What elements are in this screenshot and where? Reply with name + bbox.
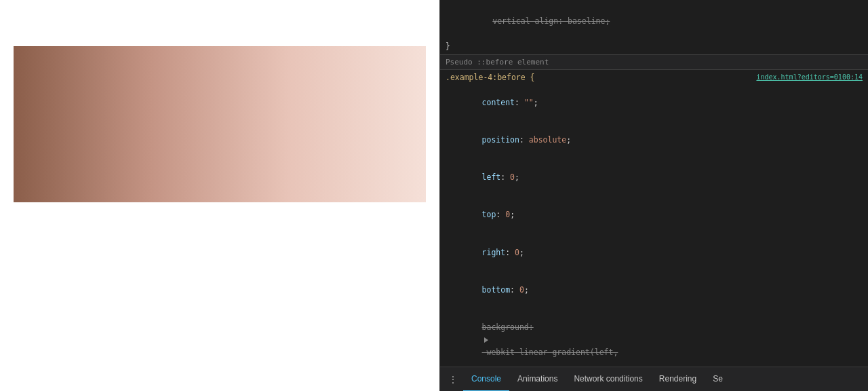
bg-webkit-value: -webkit-linear-gradient(left, [482, 348, 618, 357]
devtools-panel: vertical-align: baseline; } Pseudo ::bef… [439, 0, 868, 391]
styles-content: vertical-align: baseline; } Pseudo ::bef… [440, 0, 868, 367]
tab-network-conditions-label: Network conditions [574, 374, 642, 384]
css-selector: .example-4:before { [446, 71, 535, 83]
content-property-line: content: ""; [440, 84, 868, 122]
right-property-line: right: 0; [440, 234, 868, 271]
right-val: 0 [515, 248, 519, 257]
tab-animations[interactable]: Animations [509, 367, 566, 392]
more-icon: ⋮ [448, 374, 458, 385]
left-val: 0 [510, 172, 515, 182]
tab-console-label: Console [471, 374, 501, 384]
content-prop: content [482, 98, 515, 107]
right-prop: right [482, 248, 506, 257]
gradient-preview-box [14, 46, 426, 202]
tab-rendering[interactable]: Rendering [651, 367, 705, 392]
bg-webkit-line: background: -webkit-linear-gradient(left… [440, 309, 868, 367]
closing-brace-1: } [440, 40, 868, 52]
position-property-line: position: absolute; [440, 122, 868, 159]
bottom-val: 0 [519, 285, 524, 295]
left-property-line: left: 0; [440, 159, 868, 196]
tab-console[interactable]: Console [463, 367, 509, 392]
pseudo-section-label: Pseudo ::before element [440, 54, 868, 71]
tab-rendering-label: Rendering [659, 374, 696, 384]
content-val: "" [524, 98, 534, 107]
selector-line: .example-4:before { index.html?editors=0… [440, 71, 868, 83]
position-val: absolute [529, 135, 566, 145]
tab-network-conditions[interactable]: Network conditions [566, 367, 650, 392]
top-property-line: top: 0; [440, 196, 868, 234]
bottom-prop: bottom [482, 285, 511, 295]
tab-more-button[interactable]: ⋮ [443, 371, 463, 388]
bottom-tabs-bar: ⋮ Console Animations Network conditions … [440, 367, 868, 391]
top-prop: top [482, 210, 496, 219]
left-prop: left [482, 172, 501, 182]
tab-animations-label: Animations [517, 374, 557, 384]
preview-panel [0, 0, 439, 391]
file-link-1[interactable]: index.html?editors=0100:14 [756, 72, 863, 83]
position-prop: position [482, 135, 519, 145]
bottom-property-line: bottom: 0; [440, 271, 868, 308]
vertical-align-property: vertical-align: baseline; [492, 16, 610, 26]
bg-webkit-label: background: [482, 322, 534, 332]
tab-se-label: Se [713, 374, 723, 384]
tab-se[interactable]: Se [705, 367, 731, 392]
vertical-align-line: vertical-align: baseline; [440, 3, 868, 40]
